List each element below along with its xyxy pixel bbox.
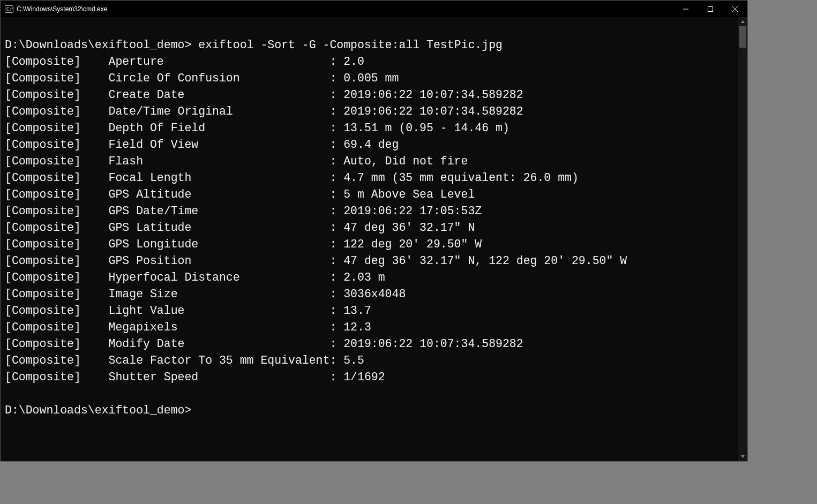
- prompt-path: D:\Downloads\exiftool_demo>: [5, 404, 198, 417]
- tag-group: [Composite]: [5, 153, 109, 170]
- output-row: [Composite]Focal Length : 4.7 mm (35 mm …: [5, 170, 734, 186]
- output-row: [Composite]Light Value : 13.7: [5, 303, 734, 319]
- tag-group: [Composite]: [5, 120, 109, 137]
- tag-value: 2.0: [343, 55, 364, 68]
- tag-name: GPS Latitude :: [109, 220, 344, 236]
- tag-group: [Composite]: [5, 87, 109, 103]
- output-row: [Composite]Field Of View : 69.4 deg: [5, 137, 734, 153]
- tag-group: [Composite]: [5, 286, 109, 303]
- tag-value: 2019:06:22 10:07:34.589282: [343, 88, 523, 101]
- terminal-output[interactable]: D:\Downloads\exiftool_demo> exiftool -So…: [1, 17, 738, 461]
- prompt-line: D:\Downloads\exiftool_demo> exiftool -So…: [5, 37, 734, 54]
- tag-value: 5 m Above Sea Level: [343, 188, 475, 201]
- tag-value: 13.7: [343, 304, 371, 317]
- tag-name: GPS Longitude :: [109, 236, 344, 253]
- tag-group: [Composite]: [5, 54, 109, 70]
- tag-value: 1/1692: [343, 371, 385, 383]
- minimize-button[interactable]: [673, 1, 698, 17]
- cmd-icon: C:\: [5, 5, 13, 13]
- output-row: [Composite]Image Size : 3036x4048: [5, 286, 734, 303]
- tag-name: Modify Date :: [109, 336, 344, 352]
- tag-name: Depth Of Field :: [109, 120, 344, 137]
- tag-value: 13.51 m (0.95 - 14.46 m): [343, 122, 509, 134]
- tag-value: 5.5: [343, 354, 364, 367]
- cmd-window: C:\ C:\Windows\System32\cmd.exe D:\Downl…: [0, 0, 748, 462]
- output-row: [Composite]GPS Date/Time : 2019:06:22 17…: [5, 203, 734, 220]
- tag-group: [Composite]: [5, 103, 109, 120]
- tag-name: Aperture :: [109, 54, 344, 70]
- svg-rect-2: [708, 6, 713, 11]
- tag-name: Megapixels :: [109, 319, 344, 336]
- scroll-down-button[interactable]: [738, 452, 747, 461]
- tag-group: [Composite]: [5, 319, 109, 336]
- tag-value: 3036x4048: [343, 288, 406, 300]
- output-row: [Composite]GPS Position : 47 deg 36' 32.…: [5, 253, 734, 269]
- output-row: [Composite]GPS Altitude : 5 m Above Sea …: [5, 186, 734, 203]
- output-row: [Composite]GPS Longitude : 122 deg 20' 2…: [5, 236, 734, 253]
- tag-group: [Composite]: [5, 253, 109, 269]
- tag-value: Auto, Did not fire: [343, 155, 468, 168]
- tag-group: [Composite]: [5, 236, 109, 253]
- output-row: [Composite]Aperture : 2.0: [5, 54, 734, 70]
- tag-name: Date/Time Original :: [109, 103, 344, 120]
- tag-value: 47 deg 36' 32.17" N: [343, 221, 475, 234]
- tag-value: 2.03 m: [343, 271, 385, 284]
- tag-value: 4.7 mm (35 mm equivalent: 26.0 mm): [343, 171, 579, 184]
- output-row: [Composite]Date/Time Original : 2019:06:…: [5, 103, 734, 120]
- tag-group: [Composite]: [5, 137, 109, 153]
- prompt-line[interactable]: D:\Downloads\exiftool_demo>: [5, 402, 734, 419]
- tag-value: 2019:06:22 17:05:53Z: [343, 205, 482, 217]
- tag-group: [Composite]: [5, 203, 109, 220]
- tag-group: [Composite]: [5, 269, 109, 286]
- output-row: [Composite]Create Date : 2019:06:22 10:0…: [5, 87, 734, 103]
- output-row: [Composite]GPS Latitude : 47 deg 36' 32.…: [5, 220, 734, 236]
- tag-value: 47 deg 36' 32.17" N, 122 deg 20' 29.50" …: [343, 254, 627, 267]
- tag-name: Circle Of Confusion :: [109, 70, 344, 87]
- tag-name: GPS Altitude :: [109, 186, 344, 203]
- tag-name: Shutter Speed :: [109, 369, 344, 386]
- tag-group: [Composite]: [5, 369, 109, 386]
- tag-name: Scale Factor To 35 mm Equivalent:: [109, 352, 344, 369]
- tag-value: 12.3: [343, 321, 371, 334]
- tag-group: [Composite]: [5, 170, 109, 186]
- tag-value: 0.005 mm: [343, 72, 399, 85]
- client-area: D:\Downloads\exiftool_demo> exiftool -So…: [1, 17, 747, 461]
- output-row: [Composite]Hyperfocal Distance : 2.03 m: [5, 269, 734, 286]
- tag-value: 69.4 deg: [343, 138, 399, 151]
- tag-group: [Composite]: [5, 186, 109, 203]
- titlebar[interactable]: C:\ C:\Windows\System32\cmd.exe: [1, 1, 747, 17]
- output-row: [Composite]Flash : Auto, Did not fire: [5, 153, 734, 170]
- output-row: [Composite]Megapixels : 12.3: [5, 319, 734, 336]
- tag-name: GPS Date/Time :: [109, 203, 344, 220]
- output-row: [Composite]Circle Of Confusion : 0.005 m…: [5, 70, 734, 87]
- tag-group: [Composite]: [5, 352, 109, 369]
- output-row: [Composite]Shutter Speed : 1/1692: [5, 369, 734, 386]
- tag-value: 122 deg 20' 29.50" W: [343, 238, 482, 251]
- tag-name: Create Date :: [109, 87, 344, 103]
- scroll-up-button[interactable]: [738, 17, 747, 26]
- tag-name: GPS Position :: [109, 253, 344, 269]
- scroll-thumb[interactable]: [739, 26, 746, 48]
- scroll-track[interactable]: [738, 26, 747, 452]
- tag-group: [Composite]: [5, 336, 109, 352]
- tag-name: Field Of View :: [109, 137, 344, 153]
- output-row: [Composite]Depth Of Field : 13.51 m (0.9…: [5, 120, 734, 137]
- tag-group: [Composite]: [5, 220, 109, 236]
- vertical-scrollbar[interactable]: [738, 17, 747, 461]
- tag-name: Image Size :: [109, 286, 344, 303]
- close-button[interactable]: [723, 1, 747, 17]
- tag-name: Hyperfocal Distance :: [109, 269, 344, 286]
- tag-group: [Composite]: [5, 70, 109, 87]
- tag-group: [Composite]: [5, 303, 109, 319]
- tag-value: 2019:06:22 10:07:34.589282: [343, 105, 523, 118]
- tag-name: Light Value :: [109, 303, 344, 319]
- tag-name: Flash :: [109, 153, 344, 170]
- tag-name: Focal Length :: [109, 170, 344, 186]
- output-row: [Composite]Scale Factor To 35 mm Equival…: [5, 352, 734, 369]
- tag-value: 2019:06:22 10:07:34.589282: [343, 337, 523, 350]
- window-title: C:\Windows\System32\cmd.exe: [17, 5, 107, 13]
- maximize-button[interactable]: [698, 1, 723, 17]
- output-row: [Composite]Modify Date : 2019:06:22 10:0…: [5, 336, 734, 352]
- svg-text:C:\: C:\: [6, 7, 13, 12]
